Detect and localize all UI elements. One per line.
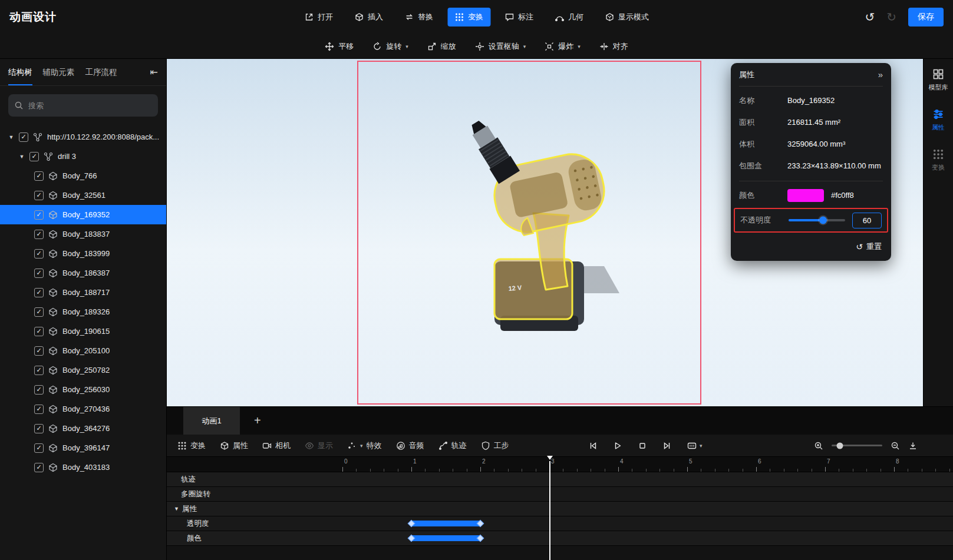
- track-row-opacity[interactable]: 透明度: [167, 516, 953, 531]
- collapse-caret-icon[interactable]: ▼: [174, 506, 179, 512]
- tl-tool-camera[interactable]: 相机: [262, 440, 291, 451]
- tree-item[interactable]: ✓Body_364276: [0, 419, 166, 438]
- keyframe-diamond[interactable]: [408, 520, 416, 528]
- checkbox[interactable]: ✓: [34, 463, 44, 472]
- tree-item[interactable]: ✓Body_256030: [0, 380, 166, 399]
- opacity-slider[interactable]: [789, 219, 845, 221]
- add-animation-button[interactable]: +: [254, 414, 261, 428]
- tl-tool-step[interactable]: 工步: [481, 440, 509, 451]
- checkbox[interactable]: ✓: [29, 152, 39, 161]
- tool-annotate[interactable]: 标注: [497, 8, 540, 26]
- tl-tool-audio[interactable]: 音频: [396, 440, 424, 451]
- tree-root-item[interactable]: ▼ ✓ http://10.122.92.200:8088/pack...: [0, 127, 166, 147]
- color-swatch[interactable]: [787, 189, 824, 202]
- subtool-explode[interactable]: 爆炸 ▾: [545, 41, 581, 52]
- track-row-color[interactable]: 颜色: [167, 531, 953, 546]
- tl-tool-display[interactable]: 显示: [305, 440, 333, 451]
- download-button[interactable]: [908, 441, 918, 450]
- tree-item[interactable]: ✓Body_183999: [0, 244, 166, 263]
- reset-button[interactable]: ↺ 重置: [739, 235, 883, 256]
- subtool-rotate[interactable]: 旋转 ▾: [372, 41, 408, 52]
- collapse-properties-icon[interactable]: »: [878, 69, 883, 79]
- track-row-multi-rotation[interactable]: 多圈旋转: [167, 487, 953, 502]
- tl-tool-transform[interactable]: 变换: [177, 440, 206, 451]
- redo-button[interactable]: ↻: [886, 11, 896, 23]
- tab-process-flow[interactable]: 工序流程: [85, 59, 117, 85]
- tree-item[interactable]: ✓Body_403183: [0, 458, 166, 477]
- checkbox[interactable]: ✓: [34, 307, 44, 317]
- tree-item[interactable]: ✓Body_396147: [0, 438, 166, 458]
- timeline-ruler[interactable]: 0 1 2 3 4 5 6 7 8: [167, 457, 953, 472]
- rail-item-properties[interactable]: 属性: [924, 108, 953, 132]
- checkbox[interactable]: ✓: [34, 405, 44, 414]
- tree-item[interactable]: ✓Body_190615: [0, 322, 166, 341]
- checkbox[interactable]: ✓: [34, 269, 44, 278]
- checkbox[interactable]: ✓: [34, 443, 44, 453]
- checkbox[interactable]: ✓: [34, 385, 44, 395]
- checkbox[interactable]: ✓: [34, 346, 44, 356]
- tl-tool-properties[interactable]: 属性: [220, 440, 248, 451]
- subtool-translate[interactable]: 平移: [325, 41, 354, 52]
- subtool-scale[interactable]: 缩放: [427, 41, 456, 52]
- checkbox[interactable]: ✓: [19, 132, 28, 142]
- keyframe-diamond[interactable]: [477, 520, 484, 528]
- prev-frame-button[interactable]: [588, 441, 598, 450]
- subtool-align[interactable]: 对齐: [599, 41, 628, 52]
- tree-item[interactable]: ✓Body_32561: [0, 185, 166, 205]
- tree-item[interactable]: ✓Body_183837: [0, 224, 166, 244]
- tool-transform[interactable]: 变换: [447, 8, 490, 26]
- tree-item[interactable]: ✓Body_250782: [0, 360, 166, 380]
- tool-display-mode[interactable]: 显示模式: [598, 8, 656, 26]
- playhead[interactable]: [549, 461, 550, 560]
- viewport-3d[interactable]: 12 V 属性 » 名称 Body_169352: [167, 59, 923, 406]
- opacity-value-box[interactable]: 60: [852, 213, 882, 228]
- undo-button[interactable]: ↺: [865, 11, 875, 23]
- collapse-sidebar-icon[interactable]: ⇤: [150, 59, 158, 85]
- zoom-in-icon[interactable]: [814, 441, 823, 450]
- checkbox[interactable]: ✓: [34, 171, 44, 181]
- tree-item[interactable]: ✓Body_188717: [0, 283, 166, 302]
- checkbox[interactable]: ✓: [34, 366, 44, 375]
- checkbox[interactable]: ✓: [34, 288, 44, 297]
- search-box[interactable]: [8, 94, 158, 117]
- animation-tab[interactable]: 动画1: [183, 407, 240, 435]
- tool-geometry[interactable]: 几何: [548, 8, 591, 26]
- tool-insert[interactable]: 插入: [347, 8, 390, 26]
- keyframe-bar[interactable]: [411, 521, 480, 526]
- tool-open[interactable]: 打开: [297, 8, 340, 26]
- caret-down-icon[interactable]: ▼: [19, 154, 25, 160]
- tool-replace[interactable]: 替换: [397, 8, 440, 26]
- timeline-zoom-knob[interactable]: [837, 442, 843, 449]
- tl-tool-trajectory[interactable]: 轨迹: [438, 440, 467, 451]
- keyframe-diamond[interactable]: [408, 535, 416, 542]
- stop-button[interactable]: [638, 441, 647, 450]
- checkbox[interactable]: ✓: [34, 249, 44, 259]
- play-button[interactable]: [613, 441, 622, 450]
- save-button[interactable]: 保存: [908, 8, 944, 26]
- tab-structure-tree[interactable]: 结构树: [8, 59, 32, 85]
- rail-item-model-library[interactable]: 模型库: [924, 68, 953, 92]
- timeline-zoom-slider[interactable]: [832, 445, 882, 446]
- tree-group-item[interactable]: ▼ ✓ drill 3: [0, 147, 166, 166]
- caret-down-icon[interactable]: ▼: [8, 134, 14, 140]
- tree-item[interactable]: ✓Body_205100: [0, 341, 166, 360]
- tree-item[interactable]: ✓Body_270436: [0, 399, 166, 419]
- track-row-properties[interactable]: ▼ 属性: [167, 502, 953, 516]
- tl-tool-effects[interactable]: ▾ 特效: [347, 440, 382, 451]
- zoom-out-icon[interactable]: [891, 441, 900, 450]
- opacity-slider-knob[interactable]: [819, 217, 827, 224]
- tree-item[interactable]: ✓Body_186387: [0, 263, 166, 283]
- tree-item-selected[interactable]: ✓Body_169352: [0, 205, 166, 224]
- rail-item-transform[interactable]: 变换: [924, 148, 953, 172]
- tree-item[interactable]: ✓Body_766: [0, 166, 166, 185]
- tree-item[interactable]: ✓Body_189326: [0, 302, 166, 322]
- search-input[interactable]: [28, 101, 152, 110]
- next-frame-button[interactable]: [662, 441, 672, 450]
- checkbox[interactable]: ✓: [34, 191, 44, 200]
- subtool-set-pivot[interactable]: 设置枢轴 ▾: [475, 41, 526, 52]
- tab-auxiliary-elements[interactable]: 辅助元素: [43, 59, 75, 85]
- checkbox[interactable]: ✓: [34, 210, 44, 220]
- checkbox[interactable]: ✓: [34, 230, 44, 239]
- checkbox[interactable]: ✓: [34, 424, 44, 433]
- playback-rate-button[interactable]: ▾: [687, 441, 703, 450]
